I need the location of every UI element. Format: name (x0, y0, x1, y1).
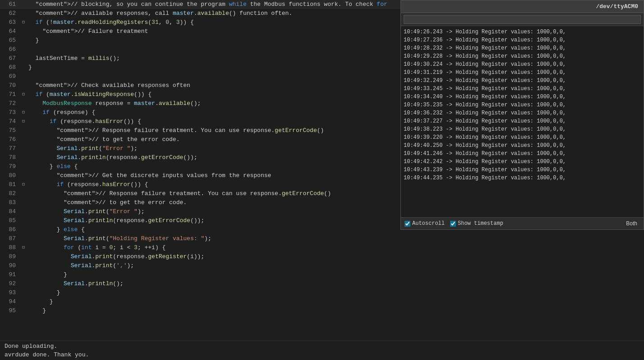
table-row: 90 Serial.print(','); (0, 261, 644, 270)
line-number: 89 (0, 252, 20, 261)
line-fold-icon (20, 126, 27, 135)
line-number: 92 (0, 279, 20, 288)
list-item: 10:49:36.232 -> Holding Register values:… (404, 109, 641, 117)
line-fold-icon (20, 45, 27, 54)
line-number: 84 (0, 207, 20, 216)
line-number: 75 (0, 126, 20, 135)
table-row: 87 Serial.print("Holding Register values… (0, 234, 644, 243)
line-number: 86 (0, 225, 20, 234)
line-number: 94 (0, 297, 20, 306)
line-number: 81 (0, 180, 20, 189)
line-content: Serial.print(response.getRegister(i)); (27, 252, 644, 261)
line-content: } (27, 270, 644, 279)
list-item: 10:49:38.223 -> Holding Register values:… (404, 125, 641, 133)
line-fold-icon[interactable]: ⊟ (20, 243, 27, 252)
serial-output: 10:49:26.243 -> Holding Register values:… (401, 26, 644, 217)
list-item: 10:49:29.228 -> Holding Register values:… (404, 52, 641, 60)
line-number: 77 (0, 144, 20, 153)
line-fold-icon (20, 81, 27, 90)
autoscroll-label[interactable]: Autoscroll (405, 220, 445, 227)
line-fold-icon[interactable]: ⊟ (20, 117, 27, 126)
list-item: 10:49:40.250 -> Holding Register values:… (404, 141, 641, 150)
line-fold-icon (20, 135, 27, 144)
line-fold-icon[interactable]: ⊟ (20, 90, 27, 99)
line-fold-icon (20, 297, 27, 306)
list-item: 10:49:32.249 -> Holding Register values:… (404, 77, 641, 85)
line-fold-icon (20, 189, 27, 198)
table-row: 94 } (0, 297, 644, 306)
line-content: Serial.println(); (27, 279, 644, 288)
line-number: 67 (0, 54, 20, 63)
line-content: for (int i = 0; i < 3; ++i) { (27, 243, 644, 252)
line-fold-icon (20, 216, 27, 225)
line-fold-icon (20, 207, 27, 216)
line-number: 91 (0, 270, 20, 279)
line-fold-icon (20, 36, 27, 45)
line-number: 79 (0, 162, 20, 171)
line-fold-icon (20, 9, 27, 18)
line-fold-icon (20, 225, 27, 234)
line-number: 76 (0, 135, 20, 144)
line-fold-icon (20, 306, 27, 315)
serial-monitor-header: /dev/ttyACM0 (401, 0, 644, 13)
list-item: 10:49:33.245 -> Holding Register values:… (404, 85, 641, 93)
line-number: 82 (0, 189, 20, 198)
line-number: 63 (0, 18, 20, 27)
line-content: } (27, 288, 644, 297)
line-fold-icon[interactable]: ⊟ (20, 18, 27, 27)
line-fold-icon (20, 171, 27, 180)
line-content: Serial.print(','); (27, 261, 644, 270)
list-item: 10:49:34.240 -> Holding Register values:… (404, 93, 641, 101)
line-number: 93 (0, 288, 20, 297)
line-fold-icon (20, 72, 27, 81)
table-row: 88⊟ for (int i = 0; i < 3; ++i) { (0, 243, 644, 252)
line-number: 83 (0, 198, 20, 207)
avrdude-line-text: avrdude done. Thank you. (5, 351, 89, 358)
line-number: 61 (0, 0, 20, 9)
line-number: 64 (0, 27, 20, 36)
line-number: 73 (0, 108, 20, 117)
both-button[interactable]: Both (623, 219, 640, 228)
serial-input-bar (401, 13, 644, 26)
serial-monitor-panel: /dev/ttyACM0 10:49:26.243 -> Holding Reg… (400, 0, 644, 230)
list-item: 10:49:31.219 -> Holding Register values:… (404, 68, 641, 77)
serial-input-field[interactable] (404, 15, 641, 24)
done-uploading-text: Done uploading. (5, 343, 57, 350)
line-fold-icon[interactable]: ⊟ (20, 180, 27, 189)
timestamp-label[interactable]: Show timestamp (450, 220, 503, 227)
line-fold-icon (20, 99, 27, 108)
line-fold-icon (20, 270, 27, 279)
line-fold-icon (20, 27, 27, 36)
table-row: 91 } (0, 270, 644, 279)
line-number: 88 (0, 243, 20, 252)
line-fold-icon (20, 288, 27, 297)
line-fold-icon (20, 234, 27, 243)
status-output-bar: Done uploading. (0, 341, 644, 351)
list-item: 10:49:28.232 -> Holding Register values:… (404, 44, 641, 52)
timestamp-text: Show timestamp (458, 220, 503, 227)
line-fold-icon (20, 54, 27, 63)
list-item: 10:49:39.220 -> Holding Register values:… (404, 133, 641, 141)
line-fold-icon (20, 261, 27, 270)
line-fold-icon[interactable]: ⊟ (20, 108, 27, 117)
autoscroll-text: Autoscroll (412, 220, 445, 227)
line-content: } (27, 306, 644, 315)
line-fold-icon (20, 279, 27, 288)
list-item: 10:49:42.242 -> Holding Register values:… (404, 158, 641, 166)
line-number: 68 (0, 63, 20, 72)
line-fold-icon (20, 63, 27, 72)
line-fold-icon (20, 0, 27, 9)
autoscroll-checkbox[interactable] (405, 221, 410, 227)
avrdude-output-bar: avrdude done. Thank you. (0, 351, 644, 360)
line-fold-icon (20, 198, 27, 207)
list-item: 10:49:41.246 -> Holding Register values:… (404, 150, 641, 158)
line-number: 70 (0, 81, 20, 90)
timestamp-checkbox[interactable] (450, 221, 456, 227)
list-item: 10:49:44.235 -> Holding Register values:… (404, 174, 641, 182)
table-row: 92 Serial.println(); (0, 279, 644, 288)
line-number: 69 (0, 72, 20, 81)
table-row: 93 } (0, 288, 644, 297)
list-item: 10:49:26.243 -> Holding Register values:… (404, 28, 641, 36)
line-number: 85 (0, 216, 20, 225)
line-number: 66 (0, 45, 20, 54)
